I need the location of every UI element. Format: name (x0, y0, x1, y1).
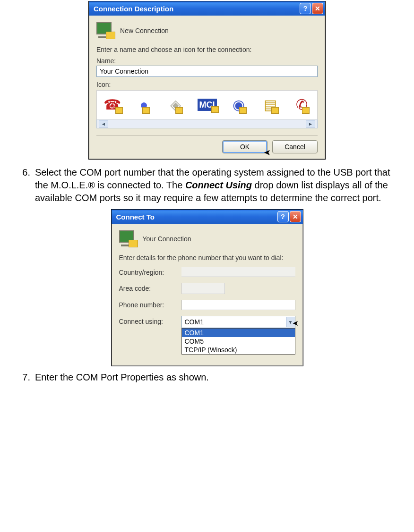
dropdown-arrow-icon[interactable]: ▼ ➤ (286, 317, 295, 327)
connect-to-dialog: Connect To ? ✕ Your Connection Enter det… (111, 209, 303, 366)
dialog-title: Connection Description (94, 5, 299, 13)
area-label: Area code: (119, 285, 181, 292)
globe2-icon[interactable]: ◉ (233, 98, 245, 112)
phone-number-field[interactable] (181, 300, 295, 310)
help-button[interactable]: ? (300, 3, 311, 14)
connect-using-value: COM1 (185, 318, 286, 326)
step-number: 7. (9, 371, 35, 384)
connect-using-label: Connect using: (119, 316, 181, 325)
connection-icon (119, 230, 138, 247)
scroll-left-button[interactable]: ◄ (99, 120, 108, 127)
satellite-icon[interactable]: ◈ (170, 98, 181, 112)
area-code-field (181, 283, 225, 294)
name-label: Name: (96, 57, 318, 65)
dialog2-instruction: Enter details for the phone number that … (119, 254, 295, 262)
country-field (181, 267, 295, 277)
combo-option-tcpip[interactable]: TCP/IP (Winsock) (182, 346, 295, 354)
cancel-label: Cancel (285, 143, 305, 151)
ok-button[interactable]: OK ➤ (222, 140, 267, 153)
phone3-icon[interactable]: ✆ (296, 98, 308, 112)
dialog-instruction: Enter a name and choose an icon for the … (96, 46, 318, 53)
globe-icon[interactable]: ● (139, 98, 148, 112)
mci-icon[interactable]: MCI (198, 99, 217, 111)
step-7: 7. Enter the COM Port Properties as show… (9, 371, 405, 384)
scroll-right-button[interactable]: ► (306, 120, 315, 127)
icon-scrollbar[interactable]: ◄ ► (96, 119, 318, 128)
connect-using-dropdown[interactable]: COM1 ▼ ➤ (181, 316, 295, 328)
dialog-title: Connect To (116, 213, 276, 221)
phone-label: Phone number: (119, 301, 181, 309)
document-icon[interactable]: ▤ (264, 98, 277, 112)
new-connection-icon (96, 22, 115, 39)
close-button[interactable]: ✕ (290, 211, 301, 222)
step-number: 6. (9, 166, 35, 179)
connect-using-options[interactable]: COM1 COM5 TCP/IP (Winsock) (181, 328, 295, 355)
icon-picker[interactable]: ☎ ● ◈ MCI ◉ ▤ ✆ ◄ ► (96, 90, 318, 128)
combo-option-com5[interactable]: COM5 (182, 337, 295, 346)
country-label: Country/region: (119, 269, 181, 276)
close-button[interactable]: ✕ (312, 3, 323, 14)
cursor-icon: ➤ (264, 147, 271, 158)
combo-option-com1[interactable]: COM1 (182, 329, 295, 337)
ok-label: OK (240, 143, 250, 151)
connection-description-dialog: Connection Description ? ✕ New Connectio… (88, 1, 326, 160)
phone-icon[interactable]: ☎ (104, 98, 121, 112)
step7-text: Enter the COM Port Properties as shown. (35, 371, 405, 384)
new-connection-label: New Connection (120, 27, 169, 34)
help-button[interactable]: ? (277, 211, 289, 222)
titlebar[interactable]: Connection Description ? ✕ (89, 1, 325, 16)
cursor-icon: ➤ (293, 319, 299, 328)
step6-emphasis: Connect Using (185, 180, 252, 190)
connection-name-display: Your Connection (143, 235, 191, 243)
cancel-button[interactable]: Cancel (272, 140, 318, 153)
step-6: 6. Select the COM port number that the o… (9, 166, 405, 204)
icon-label: Icon: (96, 81, 318, 88)
titlebar[interactable]: Connect To ? ✕ (112, 210, 303, 224)
connection-name-input[interactable] (96, 66, 318, 77)
